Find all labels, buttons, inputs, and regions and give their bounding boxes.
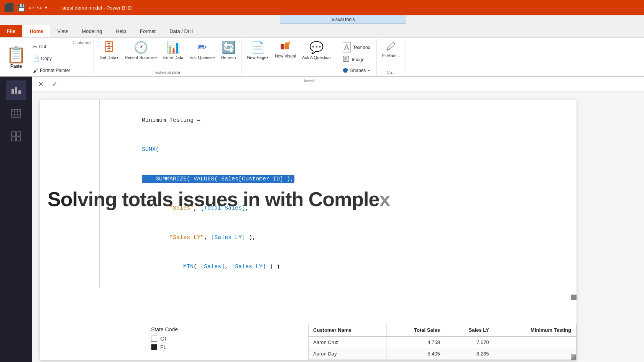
format-painter-icon: 🖌 — [33, 67, 38, 74]
shapes-icon: ⬟ — [343, 67, 348, 74]
clipboard-label: Clipboard — [72, 39, 90, 76]
code-line-1: Minimum Testing = — [107, 106, 569, 135]
slicer-label-fl: FL — [160, 344, 166, 350]
tab-view[interactable]: View — [51, 25, 75, 37]
edit-queries-dropdown[interactable]: ▾ — [213, 56, 215, 60]
vtool-table-button[interactable] — [6, 103, 26, 123]
tab-home[interactable]: Home — [23, 25, 50, 37]
code-line-6: MIN( [Sales], [Sales LY] ) ) — [107, 252, 569, 282]
shapes-dropdown[interactable]: ▾ — [368, 69, 370, 72]
get-data-button[interactable]: 🗄 Get Data ▾ — [97, 39, 121, 62]
slicer-title: State Code — [151, 326, 228, 333]
format-painter-button[interactable]: 🖌 Format Painter — [31, 66, 72, 75]
data-table: Customer Name Total Sales Sales LY Minim… — [309, 324, 576, 360]
paste-button[interactable]: 📋 Paste — [3, 39, 29, 76]
image-button[interactable]: 🖼 Image — [340, 54, 373, 65]
copy-button[interactable]: 📄 Copy — [31, 54, 72, 63]
code-min: MIN — [183, 264, 194, 270]
svg-rect-11 — [12, 132, 16, 136]
new-visual-button[interactable]: New Visual — [273, 39, 298, 60]
tab-file[interactable]: File — [0, 25, 22, 37]
col-header-customer: Customer Name — [309, 324, 386, 336]
slicer-label-ct: CT — [160, 336, 168, 342]
external-data-content: 🗄 Get Data ▾ 🕐 Recent Sources ▾ 📊 Enter … — [97, 39, 238, 69]
col-header-sales-ly: Sales LY — [445, 324, 494, 336]
code-indent-3 — [142, 264, 183, 270]
ribbon: 📋 Paste ✂ Cut 📄 Copy 🖌 Format Painter Cl… — [0, 38, 644, 77]
data-table-container: Customer Name Total Sales Sales LY Minim… — [308, 324, 577, 360]
formula-bar: ✕ ✓ — [32, 77, 644, 92]
get-data-dropdown[interactable]: ▾ — [117, 56, 118, 60]
col-header-total-sales: Total Sales — [386, 324, 445, 336]
cell-sales-1: 5,405 — [386, 348, 445, 360]
app-icon: ⬛ — [4, 3, 14, 13]
slicer-checkbox-ct[interactable] — [151, 336, 157, 342]
insert-content: 📄 New Page ▾ New Visual — [245, 39, 373, 77]
cut-icon: ✂ — [33, 44, 38, 50]
new-visual-svg — [280, 41, 291, 52]
code-bracket-2: [Sales LY] — [211, 234, 245, 241]
cell-sales-0: 4,758 — [386, 336, 445, 348]
sort-icon — [571, 354, 576, 360]
cut-button[interactable]: ✂ Cut — [31, 43, 72, 51]
tab-format[interactable]: Format — [133, 25, 162, 37]
tab-modeling[interactable]: Modeling — [75, 25, 108, 37]
image-icon: 🖼 — [343, 56, 350, 64]
new-page-label: New Page — [247, 55, 266, 60]
canvas-page: Minimum Testing = SUMX( SUMMARIZE( VALUE… — [40, 100, 577, 360]
code-paren-min: ( — [194, 264, 200, 270]
shapes-button[interactable]: ⬟ Shapes ▾ — [340, 65, 373, 75]
slide-title: Solving totals issues in with Complex — [48, 188, 390, 211]
slicer: State Code CT FL — [151, 326, 228, 352]
tab-datadrill[interactable]: Data / Drill — [163, 25, 199, 37]
ask-question-label: Ask A Question — [302, 55, 331, 60]
recent-sources-icon: 🕐 — [134, 41, 148, 54]
recent-sources-dropdown[interactable]: ▾ — [155, 56, 157, 60]
recent-sources-label: Recent Sources — [125, 55, 154, 60]
svg-rect-4 — [15, 87, 17, 94]
edit-queries-button[interactable]: ✏ Edit Queries ▾ — [187, 39, 217, 62]
visual-tools-bar: Visual tools — [280, 15, 406, 24]
table-row-0: Aaron Cruz 4,758 7,670 — [309, 336, 576, 348]
tab-help[interactable]: Help — [109, 25, 133, 37]
edit-queries-label: Edit Queries — [189, 55, 213, 60]
new-page-button[interactable]: 📄 New Page ▾ — [245, 39, 271, 62]
undo-button[interactable]: ↩ — [29, 4, 34, 11]
accept-icon: ✓ — [52, 80, 58, 88]
svg-rect-12 — [16, 132, 21, 136]
slicer-checkbox-fl[interactable] — [151, 344, 157, 350]
ask-question-button[interactable]: 💬 Ask A Question — [300, 39, 333, 62]
fr-marker-button[interactable]: 🖊 Fr Mark... — [380, 39, 402, 60]
table-resize-handle[interactable] — [571, 295, 577, 300]
cancel-icon: ✕ — [38, 80, 44, 88]
text-box-button[interactable]: A Text box — [340, 41, 373, 54]
new-page-dropdown[interactable]: ▾ — [267, 56, 269, 60]
ask-question-icon: 💬 — [309, 41, 324, 54]
refresh-icon: 🔄 — [222, 41, 236, 54]
ribbon-tabs: File Home View Modeling Help Format Data… — [0, 24, 644, 38]
recent-sources-button[interactable]: 🕐 Recent Sources ▾ — [122, 39, 159, 62]
slicer-item-fl[interactable]: FL — [151, 344, 228, 350]
code-cursor — [294, 175, 294, 182]
table-sort-handle[interactable] — [571, 354, 576, 360]
save-icon[interactable]: 💾 — [17, 3, 26, 12]
title-bar-icons[interactable]: ⬛ 💾 ↩ ↪ ▾ — [4, 3, 54, 13]
get-data-icon: 🗄 — [103, 41, 115, 54]
slicer-item-ct[interactable]: CT — [151, 336, 228, 342]
cell-name-1: Aaron Day — [309, 348, 386, 360]
paste-icon: 📋 — [6, 47, 26, 63]
main-content: ✕ ✓ Minimum Testing = SUMX( SUMMARIZE( V… — [32, 77, 644, 362]
vertical-toolbar — [0, 77, 32, 362]
table-icon — [11, 108, 21, 119]
vtool-visual-button[interactable] — [6, 126, 26, 146]
enter-data-button[interactable]: 📊 Enter Data — [161, 39, 186, 62]
dropdown-button[interactable]: ▾ — [45, 5, 47, 10]
svg-rect-6 — [12, 110, 21, 117]
refresh-button[interactable]: 🔄 Refresh — [219, 39, 238, 62]
redo-button[interactable]: ↪ — [37, 4, 42, 11]
svg-rect-3 — [12, 89, 14, 94]
vtool-chart-button[interactable] — [6, 80, 26, 100]
cell-name-0: Aaron Cruz — [309, 336, 386, 348]
formula-cancel-button[interactable]: ✕ — [35, 79, 46, 90]
formula-accept-button[interactable]: ✓ — [49, 79, 60, 90]
